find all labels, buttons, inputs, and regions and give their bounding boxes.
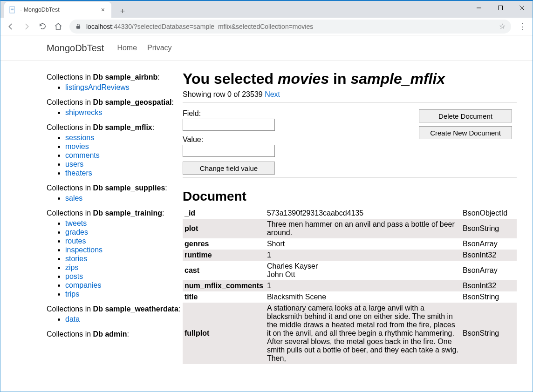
change-field-value-button[interactable]: Change field value <box>183 162 275 175</box>
window-close-button[interactable] <box>511 1 533 15</box>
tab-title: - MongoDbTest <box>20 7 60 13</box>
browser-menu-button[interactable]: ⋮ <box>515 19 530 34</box>
collection-link[interactable]: comments <box>65 151 100 159</box>
tab-close-icon[interactable]: × <box>99 6 107 14</box>
doc-value: Short <box>265 238 461 250</box>
window-minimize-button[interactable] <box>468 1 490 15</box>
collection-item: listingsAndReviews <box>65 83 183 92</box>
url-host: localhost <box>86 23 112 30</box>
main-panel: You selected movies in sample_mflix Show… <box>183 67 533 364</box>
doc-type: BsonArray <box>461 261 517 280</box>
collection-link[interactable]: sessions <box>65 134 94 142</box>
collection-link[interactable]: theaters <box>65 169 92 177</box>
doc-type: BsonInt32 <box>461 280 517 291</box>
collection-item: data <box>65 315 183 324</box>
collection-link[interactable]: tweets <box>65 219 87 227</box>
collection-item: companies <box>65 281 183 290</box>
collection-link[interactable]: users <box>65 160 83 168</box>
forward-button[interactable] <box>19 19 34 34</box>
pager-text: Showing row 0 of 23539 Next <box>183 90 517 99</box>
doc-key: runtime <box>183 250 265 261</box>
divider <box>183 102 517 103</box>
bookmark-star-icon[interactable]: ☆ <box>499 22 506 31</box>
address-bar[interactable]: localhost:44330/?selectedDatabase=sample… <box>69 20 511 34</box>
collection-item: tweets <box>65 219 183 228</box>
collection-link[interactable]: movies <box>65 142 89 150</box>
svg-rect-1 <box>11 8 14 8</box>
document-heading: Document <box>183 189 517 204</box>
db-heading: Collections in Db sample_training: <box>47 209 183 217</box>
collection-item: theaters <box>65 169 183 177</box>
collection-link[interactable]: inspections <box>65 246 102 254</box>
doc-value: Three men hammer on an anvil and pass a … <box>265 219 461 238</box>
collection-item: trips <box>65 290 183 298</box>
collection-link[interactable]: shipwrecks <box>65 108 102 116</box>
lock-icon <box>75 23 82 30</box>
collection-item: movies <box>65 142 183 151</box>
collection-link[interactable]: companies <box>65 281 101 289</box>
doc-row: castCharles KayserJohn OttBsonArray <box>183 261 517 280</box>
collection-item: sessions <box>65 134 183 142</box>
page-scroll-area[interactable]: MongoDbTest HomePrivacy Collections in D… <box>0 35 533 392</box>
doc-row: plotThree men hammer on an anvil and pas… <box>183 219 517 238</box>
doc-row: num_mflix_comments1BsonInt32 <box>183 280 517 291</box>
collection-link[interactable]: sales <box>65 194 82 202</box>
field-input[interactable] <box>183 119 275 131</box>
collection-link[interactable]: data <box>65 315 80 323</box>
collection-item: users <box>65 160 183 169</box>
reload-button[interactable] <box>35 19 50 34</box>
url-path: /?selectedDatabase=sample_mflix&selected… <box>132 23 313 30</box>
doc-type: BsonString <box>461 303 517 364</box>
doc-key: fullplot <box>183 303 265 364</box>
browser-tab-strip: - MongoDbTest × + <box>0 1 533 18</box>
doc-key: cast <box>183 261 265 280</box>
collection-item: routes <box>65 237 183 245</box>
value-input[interactable] <box>183 145 275 157</box>
svg-rect-3 <box>11 11 14 11</box>
browser-tab[interactable]: - MongoDbTest × <box>4 2 111 18</box>
nav-link-privacy[interactable]: Privacy <box>147 44 171 52</box>
doc-key: _id <box>183 208 265 219</box>
pager-next-link[interactable]: Next <box>265 90 280 98</box>
nav-link-home[interactable]: Home <box>117 44 137 52</box>
doc-type: BsonArray <box>461 238 517 250</box>
doc-row: _id573a1390f29313caabcd4135BsonObjectId <box>183 208 517 219</box>
doc-row: titleBlacksmith SceneBsonString <box>183 291 517 303</box>
document-table: _id573a1390f29313caabcd4135BsonObjectIdp… <box>183 208 517 364</box>
site-brand[interactable]: MongoDbTest <box>47 43 104 54</box>
doc-type: BsonInt32 <box>461 250 517 261</box>
home-button[interactable] <box>51 19 66 34</box>
collection-link[interactable]: zips <box>65 264 78 271</box>
svg-rect-2 <box>11 9 14 10</box>
collection-link[interactable]: trips <box>65 290 79 298</box>
collection-item: posts <box>65 272 183 281</box>
svg-rect-5 <box>499 6 503 10</box>
doc-value: Blacksmith Scene <box>265 291 461 303</box>
site-navbar: MongoDbTest HomePrivacy <box>0 35 533 61</box>
collection-item: sales <box>65 194 183 203</box>
doc-key: plot <box>183 219 265 238</box>
collection-item: grades <box>65 228 183 237</box>
collection-link[interactable]: stories <box>65 255 87 263</box>
doc-row: fullplotA stationary camera looks at a l… <box>183 303 517 364</box>
collection-link[interactable]: posts <box>65 272 83 280</box>
tab-favicon-icon <box>9 6 16 14</box>
doc-type: BsonObjectId <box>461 208 517 219</box>
collection-item: inspections <box>65 246 183 254</box>
doc-type: BsonString <box>461 291 517 303</box>
back-button[interactable] <box>3 19 18 34</box>
new-tab-button[interactable]: + <box>116 5 129 18</box>
browser-toolbar: localhost:44330/?selectedDatabase=sample… <box>0 18 533 35</box>
doc-value: Charles KayserJohn Ott <box>265 261 461 280</box>
value-label: Value: <box>183 135 419 144</box>
collection-link[interactable]: listingsAndReviews <box>65 83 130 91</box>
db-heading: Collections in Db sample_supplies: <box>47 184 183 192</box>
selection-heading: You selected movies in sample_mflix <box>183 70 517 88</box>
collection-link[interactable]: grades <box>65 228 88 236</box>
create-document-button[interactable]: Create New Document <box>419 126 512 139</box>
delete-document-button[interactable]: Delete Document <box>419 109 512 122</box>
collection-link[interactable]: routes <box>65 237 86 245</box>
svg-rect-8 <box>76 26 80 28</box>
window-maximize-button[interactable] <box>490 1 511 15</box>
doc-type: BsonString <box>461 219 517 238</box>
